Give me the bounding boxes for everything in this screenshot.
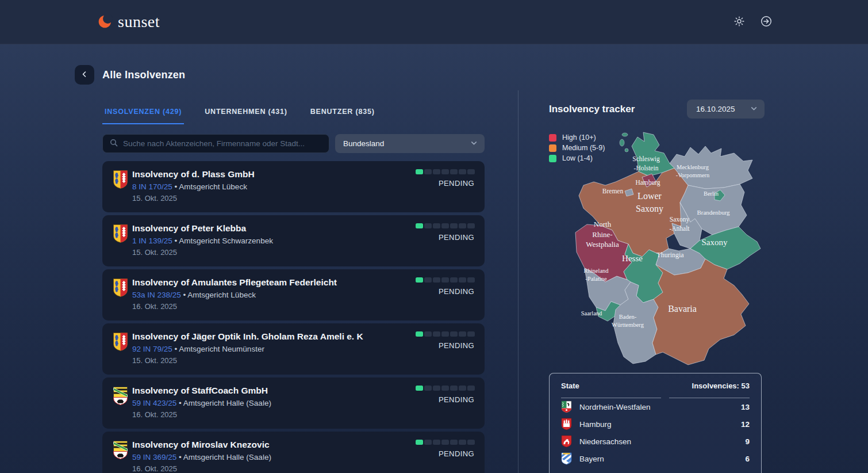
- state-count: 12: [741, 420, 750, 429]
- tracker-date-select[interactable]: 16.10.2025: [687, 100, 765, 119]
- sunset-crescent-icon: [98, 13, 113, 31]
- case-subtitle: 8 IN 170/25 • Amtsgericht Lübeck: [132, 182, 474, 191]
- tab-insolvenzen[interactable]: INSOLVENZEN (429): [102, 108, 184, 124]
- table-row: Hamburg 12: [550, 415, 761, 433]
- logout-button[interactable]: [756, 12, 776, 33]
- separator: •: [179, 453, 182, 461]
- case-court: Amtsgericht Neumünster: [179, 345, 264, 353]
- main-content: Alle Insolvenzen INSOLVENZEN (429) UNTER…: [0, 44, 868, 473]
- state-coat-of-arms-icon: [113, 224, 128, 243]
- tab-benutzer[interactable]: BENUTZER (835): [308, 108, 377, 124]
- search-box: [102, 134, 329, 153]
- search-input[interactable]: [123, 139, 322, 148]
- table-row: Bayern 6: [550, 450, 761, 467]
- case-number-link[interactable]: 59 IN 369/25: [132, 453, 176, 461]
- map-label-hesse: Hesse: [622, 254, 643, 263]
- legend-high-swatch: [549, 134, 556, 142]
- app-logo[interactable]: sunset: [98, 13, 160, 31]
- tracker-title: Insolvency tracker: [549, 104, 635, 115]
- state-count: 9: [745, 437, 750, 446]
- map-label-hamburg: Hamburg: [635, 179, 660, 186]
- case-number-link[interactable]: 1 IN 139/25: [132, 236, 172, 245]
- case-date: 15. Okt. 2025: [132, 248, 474, 257]
- state-coat-of-arms-icon: [561, 400, 572, 413]
- case-number-link[interactable]: 8 IN 170/25: [132, 182, 172, 191]
- case-number-link[interactable]: 59 IN 423/25: [132, 399, 176, 407]
- case-card[interactable]: Insolvency of d. Plass GmbH 8 IN 170/25 …: [102, 161, 485, 212]
- separator: •: [183, 291, 186, 299]
- map-legend: High (10+) Medium (5-9) Low (1-4): [549, 132, 624, 163]
- status-badge: PENDING: [439, 233, 474, 242]
- case-number-link[interactable]: 92 IN 79/25: [132, 345, 172, 353]
- navbar: sunset: [0, 0, 868, 44]
- page-head: Alle Insolvenzen: [75, 65, 518, 85]
- page-title: Alle Insolvenzen: [102, 69, 185, 81]
- insolvency-tracker-section: Insolvency tracker 16.10.2025 High (10+): [518, 90, 868, 473]
- case-subtitle: 53a IN 238/25 • Amtsgericht Lübeck: [132, 291, 474, 299]
- map-label-thuringia: Thuringia: [656, 251, 684, 259]
- legend-high-label: High (10+): [562, 133, 596, 142]
- case-progress: [416, 440, 475, 445]
- legend-medium-label: Medium (5-9): [562, 144, 605, 152]
- case-court: Amtsgericht Halle (Saale): [183, 399, 271, 407]
- case-card[interactable]: Insolvency of StaffCoach GmbH 59 IN 423/…: [102, 377, 485, 429]
- chevron-left-icon: [81, 71, 88, 79]
- case-card[interactable]: Insolvency of Peter Klebba 1 IN 139/25 •…: [102, 215, 485, 266]
- case-progress: [416, 277, 475, 283]
- map-state-bavaria[interactable]: [652, 259, 749, 365]
- legend-item-medium: Medium (5-9): [549, 143, 624, 153]
- map-label-saxony: Saxony: [702, 238, 728, 247]
- logo-text: sunset: [118, 13, 160, 31]
- separator: •: [175, 182, 178, 191]
- tab-bar: INSOLVENZEN (429) UNTERNEHMEN (431) BENU…: [102, 108, 518, 124]
- state-name: Niedersachsen: [579, 437, 745, 446]
- legend-low-label: Low (1-4): [562, 154, 593, 162]
- header-state: State: [561, 373, 661, 398]
- chevron-down-icon: [470, 139, 478, 148]
- legend-item-low: Low (1-4): [549, 153, 624, 163]
- state-coat-of-arms-icon: [113, 332, 128, 352]
- case-card[interactable]: Insolvency of Amulantes Pflegeteam Feder…: [102, 269, 485, 321]
- case-progress: [416, 386, 475, 391]
- map-label-bavaria: Bavaria: [668, 304, 697, 314]
- separator: •: [175, 345, 178, 353]
- status-badge: PENDING: [439, 179, 474, 188]
- case-progress: [416, 169, 475, 174]
- state-coat-of-arms-icon: [561, 435, 572, 448]
- case-date: 15. Okt. 2025: [132, 194, 474, 203]
- state-count: 13: [741, 403, 750, 411]
- bundesland-select[interactable]: Bundesland: [335, 134, 485, 153]
- arrow-right-circle-icon: [760, 15, 773, 29]
- case-number-link[interactable]: 53a IN 238/25: [132, 291, 181, 299]
- case-court: Amtsgericht Schwarzenbek: [179, 236, 273, 245]
- status-badge: PENDING: [439, 395, 474, 404]
- theme-toggle-button[interactable]: [730, 12, 748, 32]
- legend-item-high: High (10+): [549, 132, 624, 143]
- table-row: Niedersachsen 9: [550, 433, 761, 450]
- status-badge: PENDING: [439, 287, 474, 296]
- state-coat-of-arms-icon: [113, 170, 128, 189]
- state-name: Bayern: [579, 455, 745, 463]
- case-progress: [416, 331, 475, 337]
- case-date: 16. Okt. 2025: [132, 464, 474, 473]
- state-coat-of-arms-icon: [561, 418, 572, 430]
- separator: •: [175, 236, 178, 245]
- state-coat-of-arms-icon: [113, 440, 128, 460]
- case-card[interactable]: Insolvency of Jäger Optik Inh. Gholam Re…: [102, 323, 485, 375]
- bundesland-select-value: Bundesland: [343, 139, 384, 148]
- map-label-berlin: Berlin: [704, 190, 719, 197]
- state-insolvency-table: State Insolvencies: 53 Nordrhein-Westfal…: [549, 373, 762, 473]
- insolvency-list-section: Alle Insolvenzen INSOLVENZEN (429) UNTER…: [0, 44, 518, 473]
- legend-low-swatch: [549, 155, 556, 162]
- case-subtitle: 59 IN 423/25 • Amtsgericht Halle (Saale): [132, 399, 474, 407]
- table-header: State Insolvencies: 53: [550, 373, 761, 398]
- case-card[interactable]: Insolvency of Miroslav Knezovic 59 IN 36…: [102, 432, 485, 473]
- germany-choropleth-map: LowerSaxonyMecklenburg-VorpommernSchlesw…: [567, 131, 763, 368]
- back-button[interactable]: [75, 65, 94, 85]
- case-list: Insolvency of d. Plass GmbH 8 IN 170/25 …: [102, 161, 485, 473]
- case-subtitle: 59 IN 369/25 • Amtsgericht Halle (Saale): [132, 453, 474, 461]
- map-label-saarland: Saarland: [581, 310, 602, 316]
- tab-unternehmen[interactable]: UNTERNEHMEN (431): [202, 108, 289, 124]
- status-badge: PENDING: [439, 341, 474, 350]
- tracker-date-value: 16.10.2025: [696, 105, 735, 113]
